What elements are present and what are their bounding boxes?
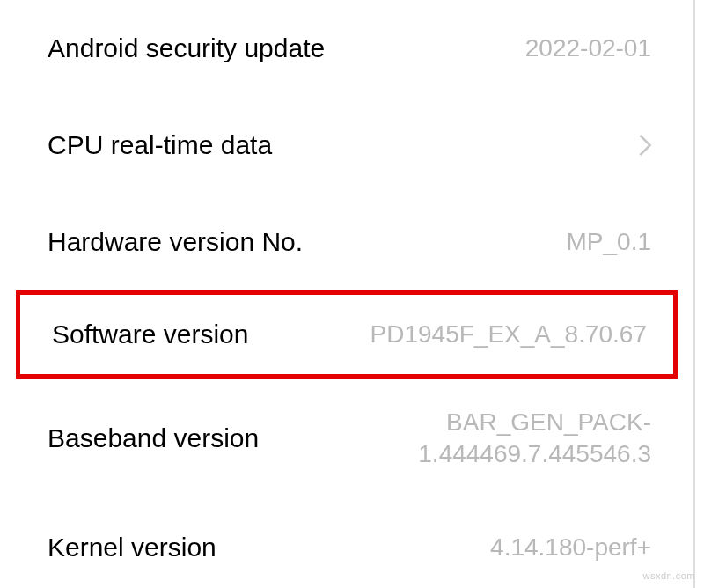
- value-baseband-version: BAR_GEN_PACK-1.444469.7.445546.3: [259, 407, 651, 471]
- row-cpu-realtime-data[interactable]: CPU real-time data: [0, 97, 693, 194]
- row-software-version[interactable]: Software version PD1945F_EX_A_8.70.67: [20, 295, 673, 374]
- row-android-security-update[interactable]: Android security update 2022-02-01: [0, 0, 693, 97]
- value-android-security-update: 2022-02-01: [508, 34, 651, 62]
- label-android-security-update: Android security update: [48, 33, 325, 63]
- value-software-version: PD1945F_EX_A_8.70.67: [353, 320, 647, 349]
- value-hardware-version: MP_0.1: [549, 228, 652, 256]
- row-hardware-version[interactable]: Hardware version No. MP_0.1: [0, 194, 693, 290]
- settings-list: Android security update 2022-02-01 CPU r…: [0, 0, 695, 588]
- highlight-software-version: Software version PD1945F_EX_A_8.70.67: [16, 290, 678, 379]
- value-kernel-version: 4.14.180-perf+: [473, 533, 651, 562]
- label-kernel-version: Kernel version: [48, 533, 216, 562]
- chevron-right-icon: [639, 133, 651, 158]
- row-kernel-version[interactable]: Kernel version 4.14.180-perf+: [0, 499, 693, 588]
- row-baseband-version[interactable]: Baseband version BAR_GEN_PACK-1.444469.7…: [0, 379, 693, 499]
- label-hardware-version: Hardware version No.: [48, 227, 303, 257]
- label-baseband-version: Baseband version: [48, 423, 259, 453]
- watermark-text: wsxdn.com: [642, 570, 695, 581]
- label-cpu-realtime-data: CPU real-time data: [48, 130, 272, 160]
- label-software-version: Software version: [52, 320, 248, 349]
